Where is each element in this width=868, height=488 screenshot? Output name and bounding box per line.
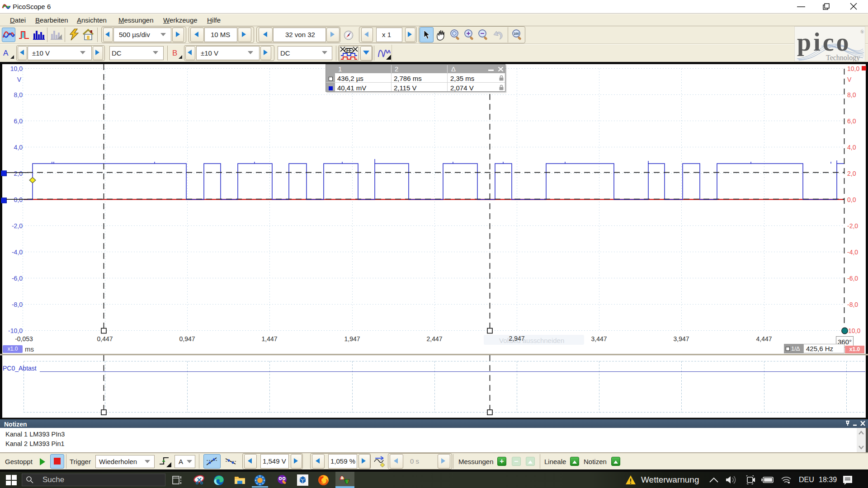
svg-text:4,0: 4,0 [847, 144, 856, 151]
svg-text:-2,0: -2,0 [12, 222, 23, 230]
svg-text:0,947: 0,947 [179, 335, 195, 343]
svg-text:2,447: 2,447 [426, 335, 442, 343]
svg-text:V: V [847, 76, 852, 83]
svg-text:-8,0: -8,0 [12, 301, 23, 308]
svg-text:3,447: 3,447 [591, 335, 607, 343]
svg-text:0,0: 0,0 [847, 196, 856, 203]
svg-text:-4,0: -4,0 [12, 249, 23, 256]
svg-text:PC0_Abtast: PC0_Abtast [3, 365, 37, 372]
svg-text:-0,053: -0,053 [15, 335, 33, 343]
svg-text:-8,0: -8,0 [847, 301, 858, 308]
svg-text:-6,0: -6,0 [12, 275, 23, 282]
svg-text:2,0: 2,0 [14, 170, 23, 177]
svg-text:-10,0: -10,0 [8, 327, 23, 334]
svg-text:3,947: 3,947 [673, 335, 689, 343]
svg-text:8,0: 8,0 [847, 91, 856, 99]
svg-text:1/Δ: 1/Δ [791, 345, 800, 352]
svg-text:6,0: 6,0 [14, 117, 23, 125]
svg-text:1,947: 1,947 [344, 335, 360, 343]
svg-text:-6,0: -6,0 [847, 275, 858, 282]
svg-text:8,0: 8,0 [14, 91, 23, 99]
svg-text:10,0: 10,0 [10, 65, 23, 72]
svg-text:2,0: 2,0 [847, 170, 856, 177]
svg-text:6,0: 6,0 [847, 117, 856, 125]
svg-text:1,447: 1,447 [261, 335, 277, 343]
svg-text:0,447: 0,447 [97, 335, 113, 343]
svg-text:-2,0: -2,0 [847, 222, 858, 230]
svg-text:4,0: 4,0 [14, 144, 23, 151]
svg-text:10,0: 10,0 [848, 327, 860, 334]
svg-text:10,0: 10,0 [847, 65, 859, 72]
svg-text:V: V [17, 76, 22, 83]
svg-text:4,447: 4,447 [756, 335, 772, 343]
svg-text:-4,0: -4,0 [847, 249, 858, 256]
